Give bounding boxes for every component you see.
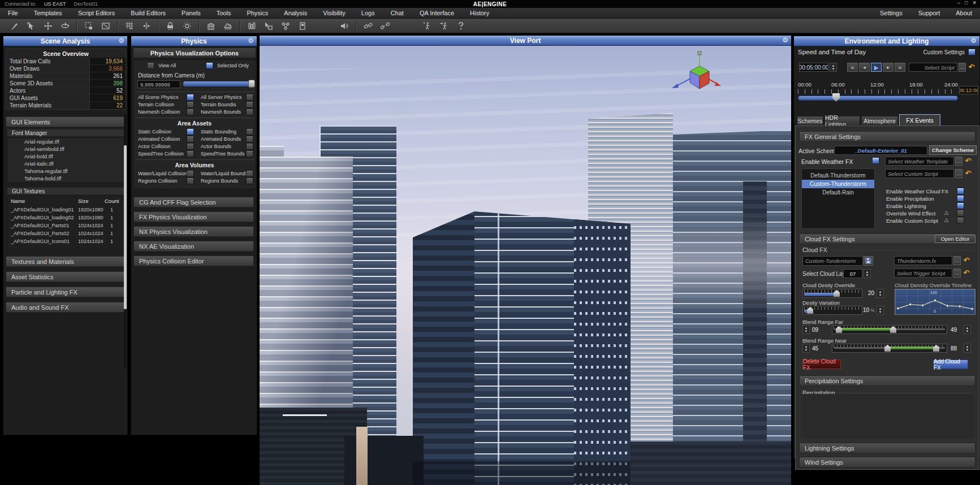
enable-weather-fx-checkbox[interactable]	[872, 157, 879, 164]
blend-near-min-spinner[interactable]: ▲▼	[802, 344, 810, 353]
section-fx-general-settings[interactable]: FX General Settings	[799, 131, 975, 142]
audio-tool-icon[interactable]	[336, 20, 353, 32]
script-flag-tool-icon[interactable]	[294, 20, 311, 32]
time-field[interactable]: 00:05:00:00	[799, 63, 828, 72]
font-manager-header[interactable]: Font Manager	[7, 129, 125, 137]
scene-analysis-header[interactable]: Scene Analysis ⚙	[3, 36, 127, 46]
gear-icon[interactable]: ⚙	[248, 37, 254, 45]
table-row[interactable]: _APXDefaultGUI_Icons011024x10241	[7, 238, 124, 246]
checkbox[interactable]	[957, 195, 964, 202]
brush-tool-icon[interactable]	[6, 20, 23, 32]
menu-file[interactable]: File	[0, 8, 26, 18]
menu-build-editors[interactable]: Build Editors	[123, 8, 174, 18]
nav-walk-tool-icon[interactable]	[418, 20, 435, 32]
scrollbar-thumb[interactable]	[124, 145, 127, 309]
blend-near-max-spinner[interactable]: ▲▼	[964, 344, 971, 353]
delete-cloud-fx-button[interactable]: Delete Cloud FX	[802, 360, 841, 369]
section-cg-cff-flag[interactable]: CG And CFF Flag Selection	[133, 197, 254, 207]
package-tool-icon[interactable]	[202, 20, 219, 32]
section-wind-settings[interactable]: Wind Settings	[799, 457, 975, 467]
nav-target-tool-icon[interactable]	[435, 20, 452, 32]
list-item-default-thunderstorm[interactable]: Default-Thunderstorm	[802, 171, 874, 180]
menu-panels[interactable]: Panels	[174, 8, 209, 18]
gear-icon[interactable]: ⚙	[970, 37, 977, 45]
active-scheme-field[interactable]: _Default-Exterior_01	[834, 146, 927, 155]
browse-button[interactable]: ...	[955, 157, 962, 166]
undo-icon[interactable]: ↶	[962, 256, 970, 265]
environment-header[interactable]: Environment and Lighting ⚙	[794, 36, 979, 46]
step-forward-button[interactable]: ▸	[883, 63, 893, 72]
variation-spinner[interactable]: ▲▼	[877, 306, 884, 315]
menu-qa-interface[interactable]: QA Interface	[412, 8, 462, 18]
section-physics-collision-editor[interactable]: Physics Collision Editor	[133, 256, 254, 266]
align-tool-icon[interactable]	[138, 20, 155, 32]
font-list-item[interactable]: Arial-regular.tff	[7, 138, 124, 145]
marquee-select-tool-icon[interactable]	[80, 20, 97, 32]
checkbox[interactable]	[246, 128, 253, 135]
section-particle-lighting-fx[interactable]: Particle and Lighting FX	[6, 287, 126, 297]
step-back-button[interactable]: ◂	[859, 63, 870, 72]
menu-chat[interactable]: Chat	[383, 8, 412, 18]
menu-analysis[interactable]: Analysis	[276, 8, 315, 18]
density-override-slider[interactable]	[802, 289, 862, 298]
section-nx-ae-vis[interactable]: NX AE Visualization	[133, 241, 254, 252]
checkbox[interactable]	[246, 177, 253, 184]
tab-hdr-lighting[interactable]: HDR Lighting	[824, 116, 860, 125]
checkbox[interactable]	[246, 136, 253, 142]
table-row[interactable]: _APXDefaultGUI_loading011920x10801	[7, 206, 124, 214]
distance-slider[interactable]	[183, 81, 253, 86]
density-spinner[interactable]: ▲▼	[877, 289, 884, 298]
shape-select-tool-icon[interactable]	[260, 20, 277, 32]
font-list-item[interactable]: Tahoma-bold.tff	[7, 175, 124, 182]
grid-snap-tool-icon[interactable]	[121, 20, 138, 32]
font-list-item[interactable]: Arial-italic.tff	[7, 160, 124, 167]
menu-tools[interactable]: Tools	[209, 8, 239, 18]
checkbox[interactable]	[187, 109, 194, 115]
meters-tool-icon[interactable]	[243, 20, 260, 32]
distance-field[interactable]: 9,999.99999	[137, 80, 180, 88]
browse-button[interactable]: ...	[953, 256, 961, 265]
checkbox[interactable]	[957, 202, 964, 209]
undo-icon[interactable]: ↶	[964, 157, 972, 166]
checkbox[interactable]	[187, 101, 194, 108]
undo-icon[interactable]: ↶	[968, 63, 975, 72]
checkbox[interactable]	[187, 136, 194, 142]
menu-about[interactable]: About	[948, 10, 980, 16]
font-list-item[interactable]: Arial-bold.tff	[7, 153, 124, 160]
physics-header[interactable]: Physics ⚙	[131, 36, 257, 46]
link-tool-icon[interactable]	[360, 20, 377, 32]
query-tool-icon[interactable]	[452, 20, 469, 32]
checkbox[interactable]	[187, 143, 194, 150]
section-percipitation-settings[interactable]: Percipitation Settings	[799, 375, 975, 386]
section-gui-elements[interactable]: GUI Elements	[6, 116, 126, 127]
gear-icon[interactable]: ⚙	[782, 36, 788, 44]
custom-script-field[interactable]: Select Custom Script	[885, 169, 954, 178]
rewind-button[interactable]: «	[847, 63, 858, 72]
checkbox[interactable]	[187, 170, 194, 177]
checkbox[interactable]	[957, 188, 964, 194]
undo-icon[interactable]: ↶	[962, 269, 970, 278]
viewport-3d-scene[interactable]	[260, 46, 791, 485]
gear-icon[interactable]: ⚙	[118, 37, 124, 45]
change-scheme-button[interactable]: Change Scheme	[929, 145, 977, 155]
fast-forward-button[interactable]: »	[895, 63, 905, 72]
section-fx-physics-vis[interactable]: FX Physics Visualization	[133, 211, 254, 222]
fx-file-field[interactable]: Thunderstorm.fx	[894, 256, 952, 265]
time-slider-track[interactable]	[798, 96, 958, 101]
checkbox[interactable]	[187, 128, 194, 135]
rotate-tool-icon[interactable]	[57, 20, 74, 32]
selected-only-checkbox[interactable]	[206, 62, 213, 69]
blend-far-max-spinner[interactable]: ▲▼	[964, 325, 971, 334]
view-all-checkbox[interactable]	[147, 62, 154, 69]
open-editor-button[interactable]: Open Editor	[935, 235, 975, 243]
checkbox[interactable]	[246, 94, 253, 101]
select-script-field[interactable]: Select Script	[909, 63, 957, 72]
browse-button[interactable]: ...	[955, 169, 962, 178]
tab-schemes[interactable]: Schemes	[797, 116, 823, 125]
undo-icon[interactable]: ↶	[964, 169, 972, 178]
menu-templates[interactable]: Templates	[26, 8, 70, 18]
section-lightning-settings[interactable]: Lightning Settings	[799, 443, 975, 453]
axis-gizmo[interactable]	[670, 50, 722, 99]
density-timeline-graph[interactable]: 100 0	[895, 289, 975, 315]
checkbox[interactable]	[957, 217, 964, 224]
